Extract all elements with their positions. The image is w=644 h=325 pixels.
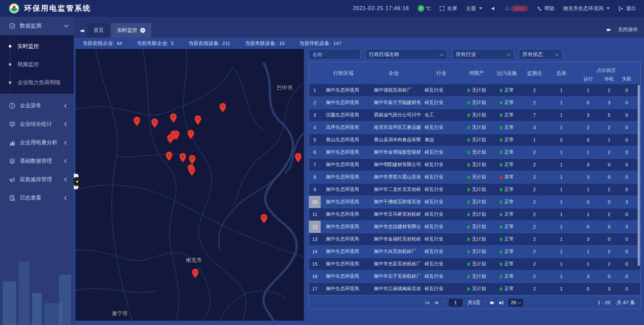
map-pin-icon[interactable] [260,214,268,224]
cell-lost-count: 0 [618,109,636,121]
stat-item: 当前在线企业: 44 [83,40,122,47]
prev-page-button[interactable]: ◀◀ [434,300,438,305]
map-pin-icon[interactable] [188,166,196,176]
sidebar-item-label: 数据监测 [20,22,65,30]
map-pin-icon[interactable] [151,118,158,128]
cell-industry: 砖瓦行业 [421,270,462,282]
map-pin-icon[interactable] [187,129,195,140]
map-pin-icon[interactable] [189,155,196,165]
table-row[interactable]: 3 仪陇生态环境局 西南油气田分公司川中 化工 无计划 正常 7 1 3 5 0 [309,109,640,121]
status-dot-icon [500,175,502,179]
last-page-button[interactable]: ▶ [499,300,503,305]
table-row[interactable]: 15 阆中生态环境局 阆中市光富页岩机砖厂 砖瓦行业 无计划 正常 2 1 1 … [309,258,640,270]
table-row[interactable]: 2 阆中生态环境局 阆中市南方节能建材有 砖瓦行业 无计划 正常 2 1 0 3… [309,97,640,109]
industry-select[interactable]: 所有行业 [452,49,514,60]
cell-meter-count: 1 [547,246,576,258]
close-operations-button[interactable]: 关闭操作 [618,26,638,33]
map-pin-icon[interactable] [179,153,186,163]
region-select[interactable]: 行政区域名称 [365,49,447,60]
notification-button[interactable]: 2632 [505,5,528,12]
table-row[interactable]: 10 阆中生态环境局 阆中千佛镇五郎垭页岩 砖瓦行业 无计划 正常 2 1 0 … [309,196,640,208]
table-row[interactable]: 14 阆中生态环境局 阆中大兴页岩机砖厂 砖瓦行业 无计划 正常 2 1 1 2… [309,246,640,258]
map-panel[interactable]: ◀ 巴中市南充市遂宁市 [75,49,304,321]
table-row[interactable]: 16 阆中生态环境局 阆中市石子页岩机砖厂 砖瓦行业 无计划 正常 2 1 3 … [309,270,640,283]
map-pin-icon[interactable] [133,116,141,126]
name-search-input[interactable] [309,49,361,60]
cell-industry: 砖瓦行业 [421,159,462,171]
table-row[interactable]: 5 营山生态环境局 营山县润丰肉食品有限 食品 无计划 正常 1 0 0 1 0 [309,134,640,146]
page-number-input[interactable]: 1 [448,298,463,307]
map-pin-icon[interactable] [165,151,173,161]
sidebar-item-label: 企业综合统计 [20,121,65,128]
table-row[interactable]: 1 阆中生态环境局 阆中强锐页岩砖厂 砖瓦行业 无计划 正常 2 1 1 2 0 [309,84,640,97]
fullscreen-button[interactable]: 全屏 [439,5,457,12]
next-page-button[interactable]: ▶▶ [490,300,494,305]
table-row[interactable]: 11 阆中生态环境局 阆中市五马桥页岩机砖 砖瓦行业 无计划 正常 2 1 1 … [309,208,640,221]
status-dot-icon [467,175,470,179]
sidebar-menu: 数据监测 实时监控 视频监控 企业电力负荷明细 企业异常 企业综合统计 企业用电… [0,17,74,207]
table-row[interactable]: 4 高坪生态环境局 南充市高坪区王家店建 砖瓦行业 无计划 正常 3 1 2 2… [309,121,640,134]
cell-run-count: 3 [576,171,601,183]
help-button[interactable]: 帮助 [537,5,554,12]
sidebar-subitem-label: 实时监控 [17,43,39,50]
page-size-select[interactable]: 20 [508,298,524,307]
cell-limit-status: 无计划 [462,183,492,196]
map-pin-icon[interactable] [167,134,174,144]
sidebar-item-企业综合统计[interactable]: 企业综合统计 [0,115,74,133]
status-dot-icon [500,200,502,204]
status-select[interactable]: 所有状态 [519,49,562,60]
map-pin-icon[interactable] [170,113,177,123]
sidebar-item-实时监控[interactable]: 实时监控 [0,37,74,55]
cell-facility-status: 正常 [492,97,522,109]
tabs-scroll-right-icon[interactable]: ▶▶ [607,28,610,32]
table-row[interactable]: 13 阆中生态环境局 阆中市金福旺页岩机砖 砖瓦行业 无计划 正常 2 1 3 … [309,233,640,246]
col-header-run: 运行 [576,74,601,84]
pagination-controls: ◀ ◀◀ 1 共3页 ▶▶ ▶ 20 [425,298,524,307]
sidebar-item-企业电力负荷明细[interactable]: 企业电力负荷明细 [0,73,74,92]
table-scrollbar[interactable] [638,85,640,266]
top-header: 环保用电监管系统 2021-02-25 17:46:18 0 ℃ 全屏 主题 [0,0,644,17]
sound-button[interactable] [491,6,496,11]
first-page-button[interactable]: ◀ [425,300,429,305]
table-row[interactable]: 7 阆中生态环境局 阆中明阳建材有限公司 砖瓦行业 无计划 正常 2 1 3 0… [309,159,640,171]
gauge-icon [9,23,15,30]
sidebar-item-视频监控[interactable]: 视频监控 [0,55,74,73]
map-pin-icon[interactable] [192,268,199,278]
cell-region: 阆中生态环境局 [321,97,366,109]
table-row[interactable]: 17 阆中生态环境局 阆中市江南镇阆南页岩 砖瓦行业 无计划 正常 2 1 0 … [309,283,640,295]
status-dot-icon [467,250,470,254]
sidebar-item-数据监测[interactable]: 数据监测 [0,17,74,35]
cell-meter-count: 1 [547,221,576,233]
sidebar-item-企业异常[interactable]: 企业异常 [0,97,74,115]
map-pin-icon[interactable] [219,103,226,113]
sidebar: 数据监测 实时监控 视频监控 企业电力负荷明细 企业异常 企业综合统计 企业用电… [0,17,74,325]
cell-meter-count: 1 [547,183,576,196]
table-row[interactable]: 9 阆中生态环境局 阆中市二龙长宝页岩砖 砖瓦行业 无计划 正常 2 1 1 2… [309,183,640,196]
tab-实时监控[interactable]: 实时监控✕ [111,23,151,38]
org-dropdown[interactable]: 南充市生态环境局 [563,5,610,12]
status-dot-icon [500,250,502,254]
cell-region: 阆中生态环境局 [321,159,366,171]
tabs-scroll-left-icon[interactable]: ◀◀ [80,29,83,33]
status-dot-icon [500,275,502,278]
cell-stop-count: 0 [601,221,618,233]
map-pin-icon[interactable] [294,153,302,163]
sidebar-item-企业用电量分析[interactable]: 企业用电量分析 [0,133,74,152]
sidebar-item-label: 应急减排管理 [20,176,65,183]
table-row[interactable]: 8 阆中生态环境局 阆中市枣碧大梁山页岩 砖瓦行业 无计划 异常 2 1 3 0… [309,171,640,183]
filter-row: 行政区域名称 所有行业 所有状态 [309,49,562,60]
sidebar-item-应急减排管理[interactable]: 应急减排管理 [0,170,74,189]
sidebar-item-基础数据管理[interactable]: 基础数据管理 [0,152,74,170]
theme-dropdown[interactable]: 主题 [466,5,482,12]
col-header-facility: 治污设施 [492,62,522,84]
cell-industry: 砖瓦行业 [421,121,462,133]
tab-close-icon[interactable]: ✕ [140,28,145,33]
tab-首页[interactable]: 首页 [88,23,110,38]
table-row[interactable]: 12 阆中生态环境局 阆中市忠信建材有限公 砖瓦行业 无计划 正常 2 1 0 … [309,221,640,233]
fullscreen-label: 全屏 [447,5,457,12]
sidebar-item-日志查看[interactable]: 日志查看 [0,189,74,207]
logout-button[interactable]: 退出 [619,5,636,12]
table-row[interactable]: 6 阆中生态环境局 阆中市金博瑞新型墙材 砖瓦行业 无计划 正常 2 1 1 2… [309,146,640,159]
map-pin-icon[interactable] [194,115,202,125]
cell-company: 西南油气田分公司川中 [366,109,421,121]
